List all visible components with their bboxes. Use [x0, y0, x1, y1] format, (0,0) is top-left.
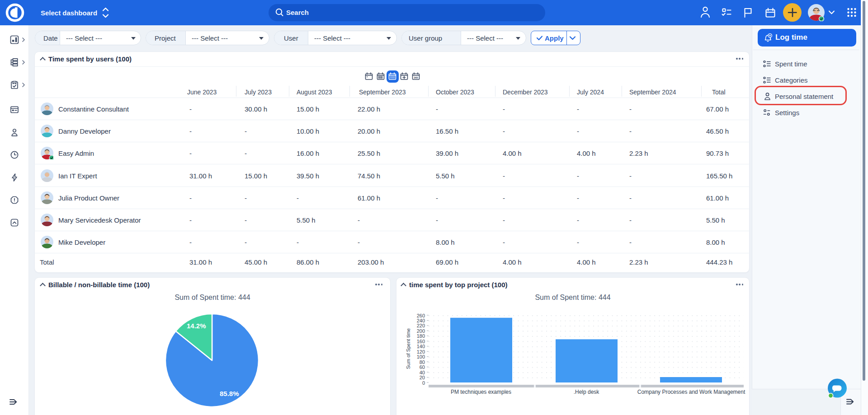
- svg-text:365: 365: [414, 76, 418, 79]
